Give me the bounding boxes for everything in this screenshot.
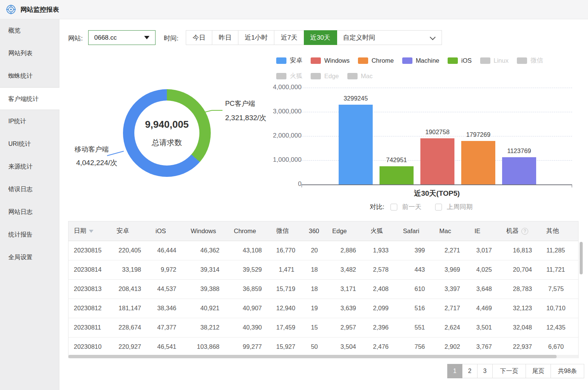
cell-value: 3,397 xyxy=(439,279,474,299)
legend-item-Edge[interactable]: Edge xyxy=(311,72,339,80)
cell-value: 3,171 xyxy=(332,279,370,299)
time-button-近7天[interactable]: 近7天 xyxy=(274,31,304,45)
cell-value: 15,927 xyxy=(276,337,309,356)
time-button-近1小时[interactable]: 近1小时 xyxy=(238,31,274,45)
column-header-Mac: Mac xyxy=(439,221,474,241)
cell-value: 15 xyxy=(309,318,332,337)
custom-time-label: 自定义时间 xyxy=(343,34,375,41)
page-title: 网站监控报表 xyxy=(20,5,59,14)
legend-label: Linux xyxy=(494,57,509,64)
bar-Windows xyxy=(420,138,454,184)
legend-label: 火狐 xyxy=(290,72,302,80)
page-button-3[interactable]: 3 xyxy=(478,364,493,378)
legend-label: 安卓 xyxy=(290,56,302,65)
bar-value-label: 3299245 xyxy=(331,95,380,102)
total-count: 共98条 xyxy=(551,364,584,378)
time-filter-group: 今日昨日近1小时近7天近30天 自定义时间 xyxy=(186,30,442,45)
compare-option-上周同期[interactable]: 上周同期 xyxy=(435,203,473,211)
legend-swatch-icon xyxy=(358,57,368,64)
bar-value-label: 1123769 xyxy=(495,147,544,155)
site-label: 网站: xyxy=(68,34,83,43)
sidebar-item-概览[interactable]: 概览 xyxy=(0,19,59,42)
column-header-360: 360 xyxy=(309,221,332,241)
cell-value: 33,198 xyxy=(117,260,156,279)
sidebar-item-蜘蛛统计[interactable]: 蜘蛛统计 xyxy=(0,65,59,87)
legend-item-Linux[interactable]: Linux xyxy=(480,56,509,65)
cell-value: 43,108 xyxy=(234,241,276,260)
select-caret-icon xyxy=(144,36,149,39)
horizontal-scrollbar-thumb[interactable] xyxy=(68,355,557,358)
cell-value: 3,969 xyxy=(439,260,474,279)
last-page-button[interactable]: 尾页 xyxy=(526,364,551,378)
bar-plot-area: 3299245742951190275817972691123769 xyxy=(302,88,572,184)
sidebar-item-URI统计[interactable]: URI统计 xyxy=(0,133,59,155)
legend-swatch-icon xyxy=(402,57,412,64)
client-stats-table: 日期安卓iOSWindowsChrome微信360Edge火狐SafariMac… xyxy=(68,221,579,358)
legend-item-Windows[interactable]: Windows xyxy=(311,56,350,65)
column-header-日期[interactable]: 日期 xyxy=(68,221,117,241)
cell-value: 40,907 xyxy=(234,299,276,318)
sort-caret-icon[interactable] xyxy=(89,230,93,233)
legend-item-火狐[interactable]: 火狐 xyxy=(276,72,302,80)
page-button-1[interactable]: 1 xyxy=(447,364,462,378)
legend-item-安卓[interactable]: 安卓 xyxy=(276,56,302,65)
cell-value: 15,719 xyxy=(276,279,309,299)
time-button-今日[interactable]: 今日 xyxy=(186,31,212,45)
legend-swatch-icon xyxy=(517,57,527,64)
horizontal-scrollbar-track[interactable] xyxy=(68,355,578,358)
sidebar-item-网站日志[interactable]: 网站日志 xyxy=(0,201,59,223)
cell-value: 46,444 xyxy=(156,241,191,260)
sidebar-item-网站列表[interactable]: 网站列表 xyxy=(0,42,59,65)
cell-date: 20230811 xyxy=(68,318,117,337)
compare-row: 对比: 前一天上周同期 xyxy=(370,203,486,211)
cell-value: 3,482 xyxy=(332,260,370,279)
sidebar-item-IP统计[interactable]: IP统计 xyxy=(0,110,59,133)
bar-iOS xyxy=(380,166,414,184)
compare-option-label: 上周同期 xyxy=(447,203,473,211)
gridline xyxy=(302,88,572,88)
compare-label: 对比: xyxy=(370,203,384,211)
site-select[interactable]: 0668.cc xyxy=(88,30,156,45)
cell-value: 17,459 xyxy=(276,318,309,337)
legend-swatch-icon xyxy=(311,57,321,64)
sidebar-item-全局设置[interactable]: 全局设置 xyxy=(0,246,59,269)
sidebar-item-错误日志[interactable]: 错误日志 xyxy=(0,178,59,201)
cell-value: 32,048 xyxy=(506,318,546,337)
cell-value: 16,770 xyxy=(276,241,309,260)
time-button-近30天[interactable]: 近30天 xyxy=(304,30,337,45)
cell-value: 46,541 xyxy=(156,337,191,356)
next-page-button[interactable]: 下一页 xyxy=(493,364,526,378)
legend-item-Mac[interactable]: Mac xyxy=(347,72,373,80)
vertical-scrollbar[interactable] xyxy=(580,242,583,274)
time-button-昨日[interactable]: 昨日 xyxy=(212,31,238,45)
checkbox-上周同期[interactable] xyxy=(435,204,442,210)
help-icon[interactable]: ? xyxy=(521,228,528,235)
legend-swatch-icon xyxy=(347,73,358,79)
page-button-2[interactable]: 2 xyxy=(462,364,478,378)
legend-item-微信[interactable]: 微信 xyxy=(517,56,543,65)
cell-date: 20230812 xyxy=(68,299,117,318)
legend-item-Chrome[interactable]: Chrome xyxy=(358,56,394,65)
cell-value: 50 xyxy=(309,337,332,356)
bar-Chrome xyxy=(461,141,495,184)
cell-value: 551 xyxy=(403,318,439,337)
compare-option-前一天[interactable]: 前一天 xyxy=(390,203,422,211)
sidebar-item-客户端统计[interactable]: 客户端统计 xyxy=(0,87,59,110)
cell-value: 3,504 xyxy=(332,337,370,356)
cell-value: 40,921 xyxy=(191,299,234,318)
checkbox-前一天[interactable] xyxy=(390,204,397,210)
donut-center: 9,940,005 总请求数 xyxy=(123,89,211,177)
legend-item-iOS[interactable]: iOS xyxy=(448,56,472,65)
column-header-label: 机器 xyxy=(506,227,519,234)
column-header-label: 安卓 xyxy=(117,227,129,234)
sidebar-item-来源统计[interactable]: 来源统计 xyxy=(0,155,59,178)
time-label: 时间: xyxy=(164,34,179,43)
cell-value: 20,704 xyxy=(506,260,546,279)
sidebar-item-统计报告[interactable]: 统计报告 xyxy=(0,223,59,246)
cell-value: 4,025 xyxy=(474,260,506,279)
cell-date: 20230810 xyxy=(68,337,117,356)
legend-item-Machine[interactable]: Machine xyxy=(402,56,439,65)
column-header-label: 微信 xyxy=(276,227,289,234)
custom-time-select[interactable]: 自定义时间 xyxy=(337,31,442,45)
cell-value: 3,501 xyxy=(474,318,506,337)
